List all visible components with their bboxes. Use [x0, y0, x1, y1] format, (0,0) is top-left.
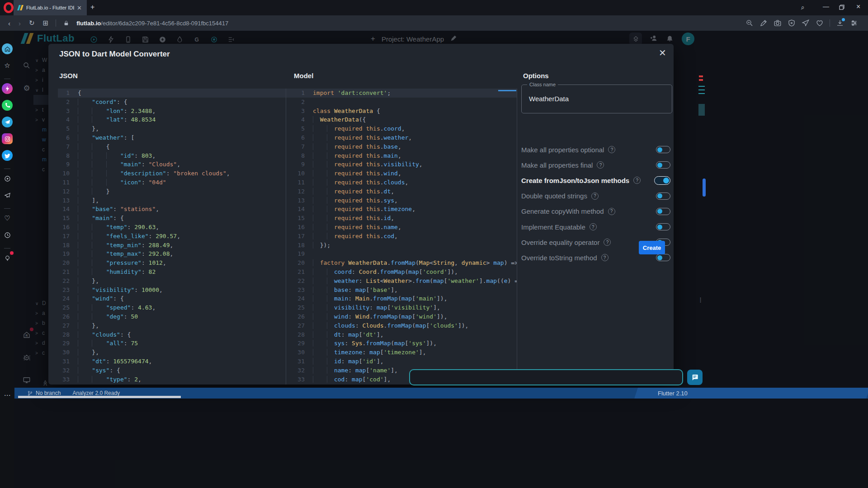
more-options-icon[interactable]: ⋮ [698, 296, 703, 303]
page-scrollbar-thumb[interactable] [703, 178, 706, 197]
class-name-field[interactable]: Class name WeatherData [521, 84, 672, 113]
code-line[interactable]: 13 required this.sys, [293, 196, 517, 205]
code-line[interactable]: 22 }, [58, 277, 293, 286]
code-line[interactable]: 19 [293, 249, 517, 258]
shield-icon[interactable] [788, 19, 796, 27]
option-row[interactable]: Generate copyWith method? [521, 206, 672, 217]
code-line[interactable]: 5 }, [58, 124, 293, 133]
pin-edit-icon[interactable] [760, 19, 768, 27]
toggle-switch[interactable] [656, 254, 670, 261]
code-line[interactable]: 33 "type": 2, [58, 375, 293, 384]
opera-logo-icon[interactable] [4, 2, 14, 13]
code-line[interactable]: 6 required this.weather, [293, 133, 517, 142]
help-icon[interactable]: ? [604, 239, 611, 246]
instagram-icon[interactable] [2, 133, 13, 144]
whatsapp-icon[interactable] [2, 100, 13, 111]
code-line[interactable]: 15 "main": { [58, 214, 293, 223]
url-field[interactable]: flutlab.io/editor/6da2c209-7e81-4c56-8cd… [76, 20, 228, 27]
code-line[interactable]: 2 "coord": { [58, 98, 293, 107]
help-icon[interactable]: ? [590, 223, 597, 230]
telegram-icon[interactable] [2, 117, 13, 127]
code-line[interactable]: 11 "icon": "04d" [58, 178, 293, 187]
back-icon[interactable]: ‹ [8, 19, 10, 27]
forward-icon[interactable]: › [19, 19, 21, 27]
history-clock-icon[interactable] [2, 230, 13, 240]
tab-close-icon[interactable]: ✕ [77, 5, 82, 11]
new-tab-button[interactable]: + [90, 3, 94, 11]
browser-tab[interactable]: FlutLab.io - Flutter IDE onli ✕ [14, 0, 87, 15]
code-line[interactable]: 25 visibility: map['visibility'], [293, 303, 517, 312]
code-line[interactable]: 3class WeatherData { [293, 107, 517, 116]
sidebar-overflow-icon[interactable]: ⋯ [2, 390, 13, 401]
create-button[interactable]: Create [639, 241, 665, 254]
code-line[interactable]: 17 "feels_like": 290.57, [58, 232, 293, 241]
code-line[interactable]: 18 "temp_min": 288.49, [58, 241, 293, 250]
code-line[interactable]: 16 "temp": 290.63, [58, 223, 293, 232]
code-line[interactable]: 4 WeatherData({ [293, 115, 517, 124]
speed-dial-icon[interactable]: ⊞ [43, 19, 49, 27]
code-line[interactable]: 29 sys: Sys.fromMap(map['sys']), [293, 339, 517, 348]
code-line[interactable]: 30 timezone: map['timezone'], [293, 348, 517, 357]
play-circle-icon[interactable] [2, 173, 13, 184]
bookmarks-star-icon[interactable]: ☆ [2, 60, 13, 71]
modal-close-icon[interactable]: ✕ [659, 47, 666, 58]
code-line[interactable]: 27 }, [58, 321, 293, 330]
option-row[interactable]: Double quoted strings? [521, 191, 672, 202]
heart-icon[interactable] [816, 19, 824, 27]
home-icon[interactable] [2, 43, 13, 54]
option-row[interactable]: Make all properties final? [521, 160, 672, 170]
minimize-icon[interactable]: — [823, 3, 829, 10]
code-line[interactable]: 14 required this.timezone, [293, 205, 517, 214]
code-line[interactable]: 32 "sys": { [58, 366, 293, 375]
code-line[interactable]: 28 "clouds": { [58, 330, 293, 339]
help-icon[interactable]: ? [608, 208, 615, 215]
code-line[interactable]: 19 "temp_max": 292.08, [58, 249, 293, 258]
messenger-icon[interactable] [2, 83, 13, 94]
help-icon[interactable]: ? [591, 192, 599, 200]
code-line[interactable]: 31 "dt": 1655796474, [58, 357, 293, 366]
code-line[interactable]: 26 wind: Wind.fromMap(map['wind']), [293, 312, 517, 321]
code-line[interactable]: 11 required this.clouds, [293, 178, 517, 187]
toggle-switch[interactable] [654, 176, 670, 185]
snapshot-camera-icon[interactable] [774, 19, 782, 27]
option-row[interactable]: Make all properties optional? [521, 144, 672, 155]
code-line[interactable]: 13 ], [58, 196, 293, 205]
code-line[interactable]: 30 }, [58, 348, 293, 357]
toggle-switch[interactable] [656, 161, 670, 169]
help-icon[interactable]: ? [601, 254, 609, 261]
code-line[interactable]: 24 main: Main.fromMap(map['main']), [293, 294, 517, 303]
code-line[interactable]: 15 required this.id, [293, 214, 517, 223]
code-line[interactable]: 8 required this.main, [293, 151, 517, 160]
model-editor[interactable]: 1import 'dart:convert';23class WeatherDa… [293, 89, 517, 385]
code-line[interactable]: 10 "description": "broken clouds", [58, 169, 293, 178]
code-line[interactable]: 31 id: map['id'], [293, 357, 517, 366]
lock-icon[interactable] [63, 20, 69, 27]
json-editor[interactable]: 1{2 "coord": {3 "lon": 2.3488,4 "lat": 4… [58, 89, 293, 385]
easy-setup-icon[interactable] [850, 19, 858, 27]
code-line[interactable]: 8 "id": 803, [58, 151, 293, 160]
reload-icon[interactable]: ↻ [29, 19, 35, 27]
zoom-in-icon[interactable] [745, 19, 754, 27]
code-line[interactable]: 5 required this.coord, [293, 124, 517, 133]
option-row[interactable]: Create fromJson/toJson methods? [521, 175, 672, 186]
code-line[interactable]: 14 "base": "stations", [58, 205, 293, 214]
download-icon[interactable] [836, 19, 844, 27]
flutter-version[interactable]: Flutter 2.10 [658, 390, 688, 397]
code-line[interactable]: 21 "humidity": 82 [58, 267, 293, 277]
horizontal-scrollbar[interactable] [18, 396, 181, 398]
code-line[interactable]: 6 "weather": [ [58, 133, 293, 142]
toggle-switch[interactable] [656, 208, 670, 215]
maximize-icon[interactable] [839, 4, 844, 11]
code-line[interactable]: 7 { [58, 142, 293, 151]
code-line[interactable]: 1import 'dart:convert'; [293, 89, 517, 98]
code-line[interactable]: 28 dt: map['dt'], [293, 330, 517, 339]
code-line[interactable]: 17 required this.cod, [293, 232, 517, 241]
code-line[interactable]: 12 } [58, 187, 293, 196]
code-line[interactable]: 20 factory WeatherData.fromMap(Map<Strin… [293, 258, 517, 267]
chat-fab-button[interactable] [687, 370, 703, 385]
code-line[interactable]: 24 "wind": { [58, 294, 293, 303]
help-icon[interactable]: ? [608, 146, 615, 153]
code-line[interactable]: 27 clouds: Clouds.fromMap(map['clouds'])… [293, 321, 517, 330]
code-line[interactable]: 23 "visibility": 10000, [58, 286, 293, 295]
code-line[interactable]: 23 base: map['base'], [293, 286, 517, 295]
